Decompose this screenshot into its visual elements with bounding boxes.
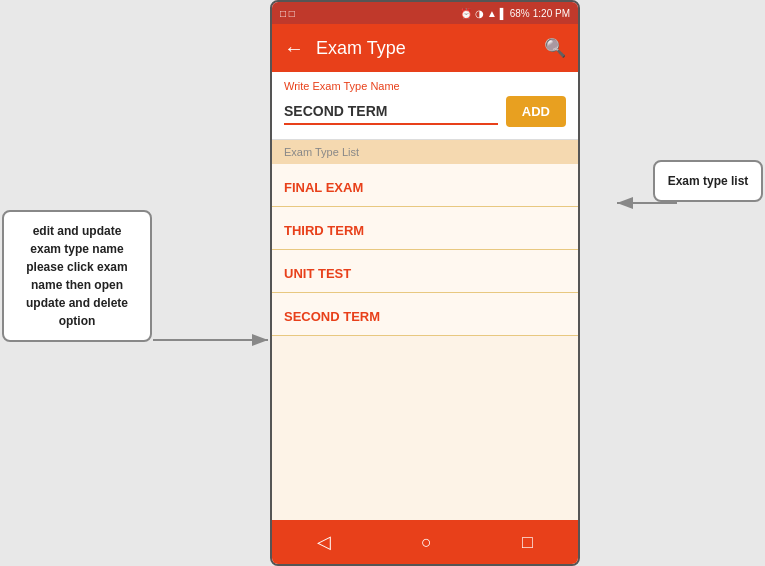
app-bar: ← Exam Type 🔍 (272, 24, 578, 72)
add-button[interactable]: ADD (506, 96, 566, 127)
content-area: Write Exam Type Name ADD Exam Type List … (272, 72, 578, 520)
exam-item-name: SECOND TERM (284, 309, 380, 324)
nav-home-button[interactable]: ○ (401, 524, 452, 561)
exam-name-input[interactable] (284, 99, 498, 125)
back-button[interactable]: ← (284, 37, 304, 60)
phone-device: □ □ ⏰ ◑ ▲ ▌ 68% 1:20 PM ← Exam Type 🔍 Wr… (270, 0, 580, 566)
exam-item-name: UNIT TEST (284, 266, 351, 281)
bottom-nav: ◁ ○ □ (272, 520, 578, 564)
time: 1:20 PM (533, 8, 570, 19)
exam-item-name: THIRD TERM (284, 223, 364, 238)
status-icons: ⏰ ◑ ▲ ▌ (460, 8, 506, 19)
search-icon[interactable]: 🔍 (544, 37, 566, 59)
status-bar-left: □ □ (280, 8, 295, 19)
list-header: Exam Type List (272, 140, 578, 164)
status-bar-right: ⏰ ◑ ▲ ▌ 68% 1:20 PM (460, 8, 570, 19)
battery-level: 68% (510, 8, 530, 19)
list-item[interactable]: THIRD TERM (272, 207, 578, 250)
list-item[interactable]: SECOND TERM (272, 293, 578, 336)
exam-item-name: FINAL EXAM (284, 180, 363, 195)
input-label: Write Exam Type Name (284, 80, 566, 92)
list-item[interactable]: UNIT TEST (272, 250, 578, 293)
list-item[interactable]: FINAL EXAM (272, 164, 578, 207)
right-arrow-svg (612, 188, 682, 218)
nav-back-button[interactable]: ◁ (297, 523, 351, 561)
status-bar: □ □ ⏰ ◑ ▲ ▌ 68% 1:20 PM (272, 2, 578, 24)
scene: □ □ ⏰ ◑ ▲ ▌ 68% 1:20 PM ← Exam Type 🔍 Wr… (0, 0, 765, 566)
status-icon-sim: □ □ (280, 8, 295, 19)
input-section: Write Exam Type Name ADD (272, 72, 578, 140)
app-bar-title: Exam Type (316, 38, 544, 59)
input-row: ADD (284, 96, 566, 127)
edit-instructions-callout: edit and update exam type name please cl… (2, 210, 152, 342)
left-arrow-svg (148, 325, 278, 355)
exam-list-section: Exam Type List FINAL EXAM THIRD TERM UNI… (272, 140, 578, 520)
nav-recent-button[interactable]: □ (502, 524, 553, 561)
